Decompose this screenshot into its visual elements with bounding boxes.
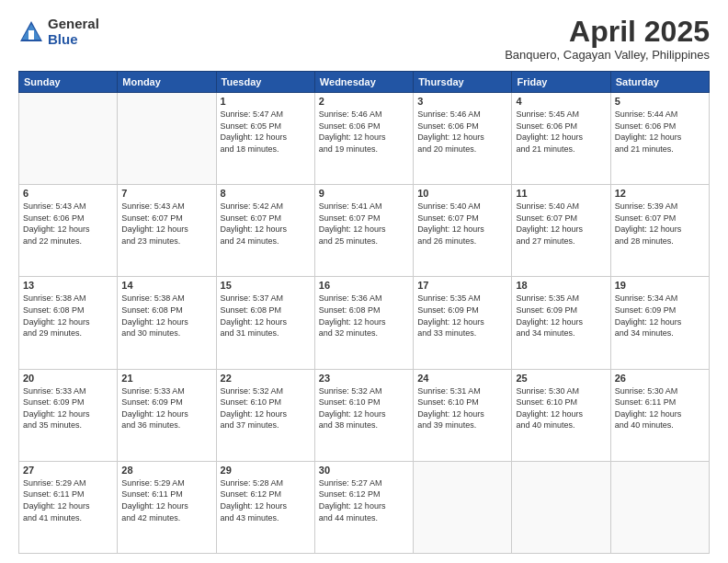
- logo-icon: [18, 19, 44, 45]
- day-info: Sunrise: 5:38 AM Sunset: 6:08 PM Dayligh…: [121, 293, 211, 339]
- calendar-cell: 13Sunrise: 5:38 AM Sunset: 6:08 PM Dayli…: [19, 277, 118, 369]
- day-info: Sunrise: 5:34 AM Sunset: 6:09 PM Dayligh…: [615, 293, 705, 339]
- day-info: Sunrise: 5:35 AM Sunset: 6:09 PM Dayligh…: [516, 293, 606, 339]
- col-header-tuesday: Tuesday: [216, 72, 314, 93]
- calendar-week-0: 1Sunrise: 5:47 AM Sunset: 6:05 PM Daylig…: [19, 93, 710, 185]
- day-info: Sunrise: 5:43 AM Sunset: 6:06 PM Dayligh…: [23, 201, 113, 247]
- day-number: 7: [121, 188, 211, 199]
- day-number: 12: [615, 188, 705, 199]
- calendar-cell: 21Sunrise: 5:33 AM Sunset: 6:09 PM Dayli…: [118, 369, 216, 461]
- day-info: Sunrise: 5:32 AM Sunset: 6:10 PM Dayligh…: [221, 385, 311, 431]
- day-info: Sunrise: 5:32 AM Sunset: 6:10 PM Dayligh…: [319, 385, 409, 431]
- calendar-cell: 26Sunrise: 5:30 AM Sunset: 6:11 PM Dayli…: [610, 369, 709, 461]
- day-number: 29: [221, 465, 311, 476]
- day-number: 6: [23, 188, 113, 199]
- col-header-saturday: Saturday: [610, 72, 709, 93]
- calendar-header-row: SundayMondayTuesdayWednesdayThursdayFrid…: [19, 72, 710, 93]
- day-info: Sunrise: 5:28 AM Sunset: 6:12 PM Dayligh…: [221, 477, 311, 523]
- calendar-cell: 6Sunrise: 5:43 AM Sunset: 6:06 PM Daylig…: [19, 185, 118, 277]
- day-info: Sunrise: 5:38 AM Sunset: 6:08 PM Dayligh…: [23, 293, 113, 339]
- calendar-cell: 3Sunrise: 5:46 AM Sunset: 6:06 PM Daylig…: [414, 93, 512, 185]
- calendar-cell: 20Sunrise: 5:33 AM Sunset: 6:09 PM Dayli…: [19, 369, 118, 461]
- day-info: Sunrise: 5:41 AM Sunset: 6:07 PM Dayligh…: [319, 201, 409, 247]
- calendar-week-3: 20Sunrise: 5:33 AM Sunset: 6:09 PM Dayli…: [19, 369, 710, 461]
- col-header-monday: Monday: [118, 72, 216, 93]
- day-number: 1: [221, 96, 311, 107]
- logo-text: General Blue: [48, 17, 99, 47]
- calendar-week-4: 27Sunrise: 5:29 AM Sunset: 6:11 PM Dayli…: [19, 461, 710, 553]
- day-info: Sunrise: 5:40 AM Sunset: 6:07 PM Dayligh…: [417, 201, 507, 247]
- day-number: 10: [417, 188, 507, 199]
- day-number: 2: [319, 96, 409, 107]
- calendar-cell: 12Sunrise: 5:39 AM Sunset: 6:07 PM Dayli…: [610, 185, 709, 277]
- calendar-cell: 15Sunrise: 5:37 AM Sunset: 6:08 PM Dayli…: [216, 277, 314, 369]
- svg-rect-2: [28, 30, 34, 40]
- day-info: Sunrise: 5:42 AM Sunset: 6:07 PM Dayligh…: [221, 201, 311, 247]
- subtitle: Banquero, Cagayan Valley, Philippines: [505, 48, 710, 62]
- day-number: 28: [121, 465, 211, 476]
- calendar-cell: [512, 461, 610, 553]
- calendar-cell: 18Sunrise: 5:35 AM Sunset: 6:09 PM Dayli…: [512, 277, 610, 369]
- calendar-cell: 19Sunrise: 5:34 AM Sunset: 6:09 PM Dayli…: [610, 277, 709, 369]
- day-info: Sunrise: 5:29 AM Sunset: 6:11 PM Dayligh…: [23, 477, 113, 523]
- col-header-thursday: Thursday: [414, 72, 512, 93]
- day-number: 8: [221, 188, 311, 199]
- day-number: 26: [615, 373, 705, 384]
- day-number: 23: [319, 373, 409, 384]
- day-info: Sunrise: 5:44 AM Sunset: 6:06 PM Dayligh…: [615, 109, 705, 155]
- calendar-cell: 1Sunrise: 5:47 AM Sunset: 6:05 PM Daylig…: [216, 93, 314, 185]
- day-number: 21: [121, 373, 211, 384]
- logo-general-text: General: [48, 17, 99, 32]
- calendar-cell: 14Sunrise: 5:38 AM Sunset: 6:08 PM Dayli…: [118, 277, 216, 369]
- day-info: Sunrise: 5:31 AM Sunset: 6:10 PM Dayligh…: [417, 385, 507, 431]
- calendar-cell: 22Sunrise: 5:32 AM Sunset: 6:10 PM Dayli…: [216, 369, 314, 461]
- day-number: 14: [121, 280, 211, 291]
- calendar-week-1: 6Sunrise: 5:43 AM Sunset: 6:06 PM Daylig…: [19, 185, 710, 277]
- title-area: April 2025 Banquero, Cagayan Valley, Phi…: [505, 17, 710, 62]
- col-header-wednesday: Wednesday: [314, 72, 413, 93]
- calendar-table: SundayMondayTuesdayWednesdayThursdayFrid…: [18, 71, 710, 554]
- col-header-friday: Friday: [512, 72, 610, 93]
- logo: General Blue: [18, 17, 99, 47]
- day-info: Sunrise: 5:43 AM Sunset: 6:07 PM Dayligh…: [121, 201, 211, 247]
- day-number: 19: [615, 280, 705, 291]
- day-info: Sunrise: 5:40 AM Sunset: 6:07 PM Dayligh…: [516, 201, 606, 247]
- day-info: Sunrise: 5:46 AM Sunset: 6:06 PM Dayligh…: [319, 109, 409, 155]
- calendar-cell: [414, 461, 512, 553]
- day-number: 18: [516, 280, 606, 291]
- day-number: 9: [319, 188, 409, 199]
- calendar-cell: 29Sunrise: 5:28 AM Sunset: 6:12 PM Dayli…: [216, 461, 314, 553]
- day-info: Sunrise: 5:36 AM Sunset: 6:08 PM Dayligh…: [319, 293, 409, 339]
- day-info: Sunrise: 5:46 AM Sunset: 6:06 PM Dayligh…: [417, 109, 507, 155]
- day-number: 25: [516, 373, 606, 384]
- day-info: Sunrise: 5:37 AM Sunset: 6:08 PM Dayligh…: [221, 293, 311, 339]
- day-number: 24: [417, 373, 507, 384]
- day-number: 30: [319, 465, 409, 476]
- day-info: Sunrise: 5:35 AM Sunset: 6:09 PM Dayligh…: [417, 293, 507, 339]
- day-info: Sunrise: 5:30 AM Sunset: 6:10 PM Dayligh…: [516, 385, 606, 431]
- calendar-cell: 9Sunrise: 5:41 AM Sunset: 6:07 PM Daylig…: [314, 185, 413, 277]
- calendar-cell: 28Sunrise: 5:29 AM Sunset: 6:11 PM Dayli…: [118, 461, 216, 553]
- col-header-sunday: Sunday: [19, 72, 118, 93]
- day-number: 22: [221, 373, 311, 384]
- day-number: 3: [417, 96, 507, 107]
- calendar-cell: 8Sunrise: 5:42 AM Sunset: 6:07 PM Daylig…: [216, 185, 314, 277]
- header: General Blue April 2025 Banquero, Cagaya…: [18, 17, 710, 62]
- calendar-cell: 4Sunrise: 5:45 AM Sunset: 6:06 PM Daylig…: [512, 93, 610, 185]
- calendar-cell: [19, 93, 118, 185]
- day-info: Sunrise: 5:47 AM Sunset: 6:05 PM Dayligh…: [221, 109, 311, 155]
- calendar-cell: 30Sunrise: 5:27 AM Sunset: 6:12 PM Dayli…: [314, 461, 413, 553]
- calendar-cell: 23Sunrise: 5:32 AM Sunset: 6:10 PM Dayli…: [314, 369, 413, 461]
- calendar-cell: 10Sunrise: 5:40 AM Sunset: 6:07 PM Dayli…: [414, 185, 512, 277]
- calendar-cell: 16Sunrise: 5:36 AM Sunset: 6:08 PM Dayli…: [314, 277, 413, 369]
- calendar-cell: 7Sunrise: 5:43 AM Sunset: 6:07 PM Daylig…: [118, 185, 216, 277]
- calendar-cell: 24Sunrise: 5:31 AM Sunset: 6:10 PM Dayli…: [414, 369, 512, 461]
- calendar-cell: 17Sunrise: 5:35 AM Sunset: 6:09 PM Dayli…: [414, 277, 512, 369]
- calendar-cell: 2Sunrise: 5:46 AM Sunset: 6:06 PM Daylig…: [314, 93, 413, 185]
- day-info: Sunrise: 5:39 AM Sunset: 6:07 PM Dayligh…: [615, 201, 705, 247]
- calendar-week-2: 13Sunrise: 5:38 AM Sunset: 6:08 PM Dayli…: [19, 277, 710, 369]
- calendar-cell: [610, 461, 709, 553]
- calendar-cell: 25Sunrise: 5:30 AM Sunset: 6:10 PM Dayli…: [512, 369, 610, 461]
- day-info: Sunrise: 5:29 AM Sunset: 6:11 PM Dayligh…: [121, 477, 211, 523]
- day-info: Sunrise: 5:33 AM Sunset: 6:09 PM Dayligh…: [121, 385, 211, 431]
